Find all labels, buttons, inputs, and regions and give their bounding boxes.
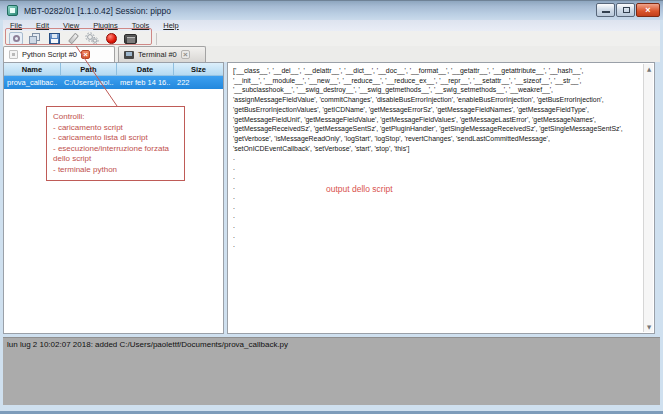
- tab-label: Terminal #0: [138, 50, 177, 59]
- output-annotation-note: output dello script: [326, 184, 393, 194]
- table-row[interactable]: prova_callbac.. C:/Users/paol.. mer feb …: [4, 76, 223, 89]
- toolbar-annotation-rect: [5, 28, 152, 45]
- window-title: MBT-0282/01 [1.1.0.42] Session: pippo: [24, 1, 171, 21]
- controls-annotation-note: Controlli: - caricamento script - carica…: [46, 106, 185, 181]
- status-message: lun lug 2 10:02:07 2018: added C:/Users/…: [3, 338, 660, 351]
- tab-close-icon[interactable]: ×: [181, 50, 190, 59]
- script-output-panel[interactable]: ['__class__', '__del__', '__delattr__', …: [227, 62, 655, 334]
- maximize-icon: [623, 7, 630, 13]
- column-header-size[interactable]: Size: [174, 63, 223, 75]
- app-icon: [7, 5, 18, 16]
- toolbar-separator: [156, 33, 157, 45]
- tab-label: Python Script #0: [22, 50, 77, 59]
- status-log-area: lun lug 2 10:02:07 2018: added C:/Users/…: [3, 337, 660, 405]
- scroll-down-icon[interactable]: ▼: [644, 324, 654, 330]
- maximize-button[interactable]: [616, 3, 635, 17]
- cell-size: 222: [174, 76, 223, 89]
- tab-python-script[interactable]: Python Script #0 ×: [3, 46, 115, 62]
- minimize-icon: [602, 11, 610, 13]
- tab-terminal[interactable]: Terminal #0 ×: [118, 46, 206, 62]
- title-bar: MBT-0282/01 [1.1.0.42] Session: pippo ×: [0, 0, 663, 20]
- minimize-button[interactable]: [596, 3, 615, 17]
- script-output-dots: . . . . . . . . . .: [233, 153, 638, 250]
- tab-bar: Python Script #0 × Terminal #0 ×: [3, 46, 660, 62]
- column-header-date[interactable]: Date: [117, 63, 174, 75]
- cell-name: prova_callbac..: [4, 76, 61, 89]
- terminal-tab-icon: [124, 51, 134, 59]
- cell-path: C:/Users/paol..: [61, 76, 117, 89]
- window-border: [0, 405, 663, 414]
- cell-date: mer feb 14 16..: [117, 76, 174, 89]
- script-output-text: ['__class__', '__del__', '__delattr__', …: [233, 66, 638, 153]
- menu-help[interactable]: Help: [156, 20, 185, 31]
- column-header-name[interactable]: Name: [4, 63, 61, 75]
- script-file-panel: Name Path Date Size prova_callbac.. C:/U…: [3, 62, 224, 334]
- table-header: Name Path Date Size: [4, 63, 223, 76]
- vertical-scrollbar[interactable]: ▲ ▼: [643, 64, 653, 332]
- close-button[interactable]: ×: [636, 3, 660, 17]
- tab-close-icon[interactable]: ×: [81, 50, 90, 59]
- column-header-path[interactable]: Path: [61, 63, 117, 75]
- python-script-tab-icon: [9, 50, 18, 59]
- window-border: [0, 20, 3, 414]
- scroll-up-icon[interactable]: ▲: [644, 66, 654, 72]
